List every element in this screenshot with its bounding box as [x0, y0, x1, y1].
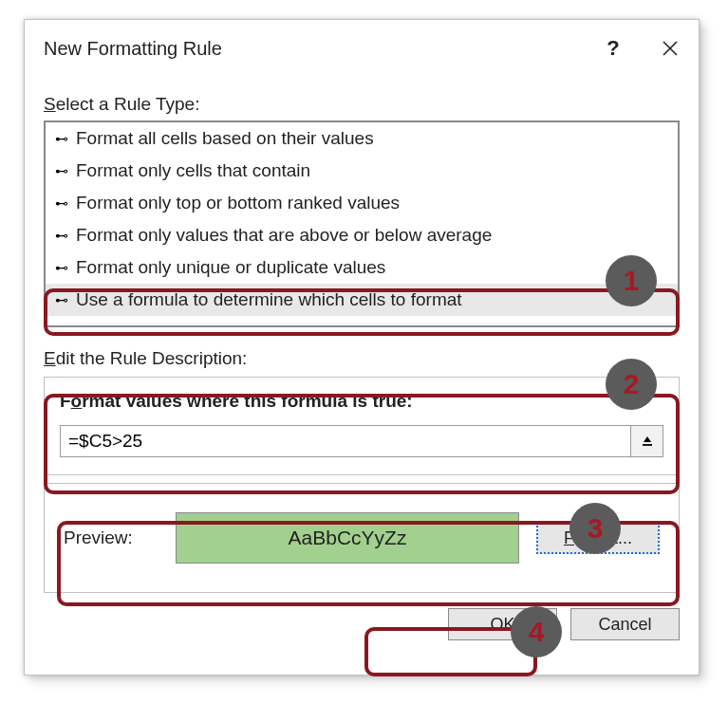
rule-type-listbox[interactable]: ⊷Format all cells based on their values …	[44, 120, 680, 327]
rule-type-item[interactable]: ⊷Format only top or bottom ranked values	[46, 187, 678, 219]
formula-heading: Format values where this formula is true…	[60, 391, 663, 412]
select-rule-type-label: Select a Rule Type:	[44, 94, 680, 115]
rule-icon: ⊷	[55, 260, 76, 275]
preview-label: Preview:	[64, 527, 159, 548]
rule-icon: ⊷	[55, 163, 76, 178]
rule-type-item[interactable]: ⊷Format only values that are above or be…	[46, 219, 678, 251]
help-button[interactable]: ?	[585, 20, 642, 77]
dialog-button-row: OK Cancel	[25, 593, 699, 640]
rule-type-item[interactable]: ⊷Format only cells that contain	[46, 155, 678, 187]
format-button[interactable]: Format...	[536, 522, 660, 554]
edit-rule-description-label: Edit the Rule Description:	[44, 348, 680, 369]
rule-type-item[interactable]: ⊷Format all cells based on their values	[46, 122, 678, 155]
dialog-window: New Formatting Rule ? Select a Rule Type…	[24, 19, 700, 675]
rule-icon: ⊷	[55, 228, 76, 243]
titlebar: New Formatting Rule ?	[25, 20, 699, 77]
dialog-title: New Formatting Rule	[44, 38, 585, 60]
collapse-icon	[640, 434, 655, 449]
rule-icon: ⊷	[55, 292, 76, 307]
preview-area: Preview: AaBbCcYyZz Format...	[44, 483, 680, 593]
rule-icon: ⊷	[55, 195, 76, 211]
rule-type-item-selected[interactable]: ⊷Use a formula to determine which cells …	[46, 284, 678, 316]
rule-type-item[interactable]: ⊷Format only unique or duplicate values	[46, 251, 678, 284]
close-icon	[662, 40, 679, 57]
preview-sample: AaBbCcYyZz	[176, 512, 519, 564]
collapse-dialog-button[interactable]	[631, 425, 663, 457]
close-button[interactable]	[642, 20, 699, 77]
formula-input[interactable]	[60, 425, 631, 457]
edit-rule-area: Format values where this formula is true…	[44, 377, 680, 475]
ok-button[interactable]: OK	[448, 608, 557, 640]
cancel-button[interactable]: Cancel	[570, 608, 680, 640]
rule-icon: ⊷	[55, 131, 76, 146]
